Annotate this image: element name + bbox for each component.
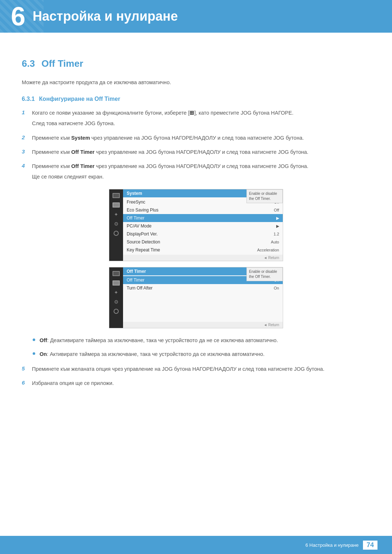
sidebar-icon-2-4: ⚙ xyxy=(112,299,120,305)
sidebar-icon-2-5 xyxy=(112,308,120,315)
monitor-icon xyxy=(113,193,120,198)
main-content: 6.3 Off Timer Можете да настроите продук… xyxy=(0,33,392,422)
footer-text: 6 Настройка и нулиране xyxy=(306,542,359,548)
settings-icon-2: ⚙ xyxy=(114,299,119,305)
chapter-number: 6 xyxy=(11,3,25,29)
row-label-offtimer: Off Timer xyxy=(127,216,276,221)
row-value-keyrepeat: Acceleration xyxy=(257,248,279,252)
header-banner: 6 Настройка и нулиране xyxy=(0,0,392,33)
menu-empty-space xyxy=(123,293,283,322)
menu-hint-2: Enable or disable the Off Timer. xyxy=(246,267,283,281)
monitor-active-icon xyxy=(113,202,120,208)
sidebar-icon-2-1 xyxy=(112,270,120,277)
step-5: 5 Преминете към желаната опция чрез упра… xyxy=(22,365,370,373)
menu-hint-1: Enable or disable the Off Timer. xyxy=(246,189,283,203)
step-3-text: Преминете към Off Timer чрез управление … xyxy=(32,148,309,156)
step-4: 4 Преминете към Off Timer чрез управлени… xyxy=(22,162,370,181)
menu-row-source: Source Detection Auto xyxy=(123,238,283,246)
subsection-title: Конфигуриране на Off Timer xyxy=(39,96,121,102)
step-6-num: 6 xyxy=(22,379,32,386)
section-number: 6.3 xyxy=(22,58,35,69)
step-3-num: 3 xyxy=(22,148,32,155)
brightness-icon: ✦ xyxy=(114,212,118,217)
section-heading: 6.3 Off Timer xyxy=(22,58,370,69)
settings-icon: ⚙ xyxy=(114,221,119,227)
circle-icon xyxy=(114,231,119,236)
menu-return-2: ◄ Return xyxy=(123,322,283,328)
step-1-sub: След това натиснете JOG бутона. xyxy=(32,119,293,128)
menu-row-pcav: PC/AV Mode ▶ xyxy=(123,222,283,230)
screenshot-offtimer-menu: ✦ ⚙ Off Timer Off Timer ✓ Off Turn xyxy=(109,267,283,328)
menu-sidebar-1: ✦ ⚙ xyxy=(109,189,123,261)
screenshots-area: ✦ ⚙ System FreeSync Off Eco Saving xyxy=(22,189,370,328)
menu-rows-1: FreeSync Off Eco Saving Plus Off Off Tim… xyxy=(123,197,283,255)
step-1: 1 Когато се появи указание за функционал… xyxy=(22,109,370,128)
menu-return-1: ◄ Return xyxy=(123,255,283,261)
step-1-num: 1 xyxy=(22,109,32,115)
step-4-text: Преминете към Off Timer чрез управление … xyxy=(32,163,309,169)
screenshot-system-menu: ✦ ⚙ System FreeSync Off Eco Saving xyxy=(109,189,283,261)
bullet-item-off: Off: Деактивирате таймера за изключване,… xyxy=(33,336,370,345)
chapter-title: Настройка и нулиране xyxy=(33,9,178,24)
bullet-text-on: On: Активирате таймера за изключване, та… xyxy=(40,350,265,358)
menu-row-keyrepeat: Key Repeat Time Acceleration xyxy=(123,246,283,254)
step-2-text: Преминете към System чрез управление на … xyxy=(32,134,304,142)
row-value-ecosaving: Off xyxy=(274,208,279,212)
step-5-text: Преминете към желаната опция чрез управл… xyxy=(32,365,324,373)
sidebar-icon-3: ✦ xyxy=(112,211,120,218)
monitor-icon-2 xyxy=(113,271,120,276)
step-4-sub: Ще се появи следният екран. xyxy=(32,173,309,181)
step-3: 3 Преминете към Off Timer чрез управлени… xyxy=(22,148,370,156)
steps-list: 1 Когато се появи указание за функционал… xyxy=(22,109,370,181)
sidebar-icon-2-2 xyxy=(112,280,120,286)
menu-row-ecosaving: Eco Saving Plus Off xyxy=(123,206,283,214)
step-6-text: Избраната опция ще се приложи. xyxy=(32,379,114,387)
row-label-keyrepeat: Key Repeat Time xyxy=(127,247,257,253)
row-value-offtimer: ▶ xyxy=(276,216,279,221)
menu-sidebar-2: ✦ ⚙ xyxy=(109,267,123,328)
brightness-icon-2: ✦ xyxy=(114,290,118,295)
step-4-num: 4 xyxy=(22,163,32,169)
row-value-turnoff: On xyxy=(274,286,279,290)
step-6: 6 Избраната опция ще се приложи. xyxy=(22,379,370,387)
subsection-number: 6.3.1 xyxy=(22,96,35,102)
row-label-turnoff: Turn Off After xyxy=(127,286,274,291)
row-value-source: Auto xyxy=(271,240,279,244)
sidebar-icon-2-3: ✦ xyxy=(112,289,120,296)
steps-cont-list: 5 Преминете към желаната опция чрез упра… xyxy=(22,365,370,387)
circle-icon-2 xyxy=(114,309,119,314)
monitor-active-icon-2 xyxy=(113,280,120,286)
footer-page-number: 74 xyxy=(363,541,377,550)
section-title: Off Timer xyxy=(41,58,83,69)
row-value-pcav: ▶ xyxy=(276,224,279,229)
sidebar-icon-4: ⚙ xyxy=(112,221,120,227)
page-footer: 6 Настройка и нулиране 74 xyxy=(0,536,392,554)
menu-row-offtimer: Off Timer ▶ xyxy=(123,214,283,222)
sidebar-icon-5 xyxy=(112,230,120,237)
step-2-num: 2 xyxy=(22,134,32,140)
row-label-pcav: PC/AV Mode xyxy=(127,223,276,229)
intro-paragraph: Можете да настроите продукта да се изклю… xyxy=(22,78,370,87)
menu-row-dp: DisplayPort Ver. 1.2 xyxy=(123,230,283,238)
sidebar-icon-1 xyxy=(112,192,120,199)
row-label-dp: DisplayPort Ver. xyxy=(127,231,274,237)
sidebar-icon-2 xyxy=(112,202,120,208)
row-value-dp: 1.2 xyxy=(274,232,279,236)
step-1-text: Когато се появи указание за функционални… xyxy=(32,110,293,116)
step-2: 2 Преминете към System чрез управление н… xyxy=(22,134,370,142)
bullet-text-off: Off: Деактивирате таймера за изключване,… xyxy=(40,336,278,345)
bullet-dot-off xyxy=(33,338,35,341)
row-label-source: Source Detection xyxy=(127,239,271,245)
bullet-list: Off: Деактивирате таймера за изключване,… xyxy=(33,336,370,358)
step-5-num: 5 xyxy=(22,365,32,372)
menu-row-turnoff: Turn Off After On xyxy=(123,284,283,292)
bullet-dot-on xyxy=(33,352,35,355)
subsection-heading: 6.3.1 Конфигуриране на Off Timer xyxy=(22,96,370,102)
bullet-item-on: On: Активирате таймера за изключване, та… xyxy=(33,350,370,358)
row-label-ecosaving: Eco Saving Plus xyxy=(127,208,274,213)
